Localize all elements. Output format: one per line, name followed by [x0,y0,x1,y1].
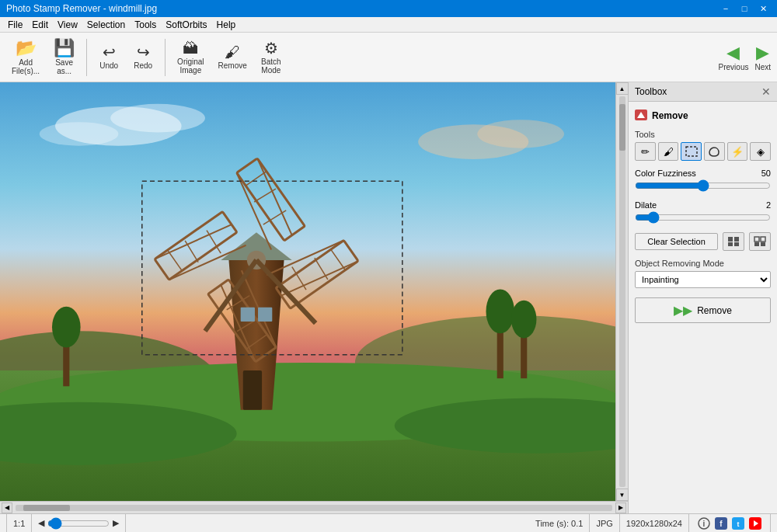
toolbox-panel: Toolbox ✕ Remove Tools ✏ 🖌 [628,82,777,513]
scroll-right-arrow[interactable]: ▶ [615,502,626,513]
svg-line-22 [155,212,232,273]
svg-point-20 [247,251,266,269]
previous-button[interactable]: ◀ Previous [719,43,749,71]
remove-action-button[interactable]: ▶▶ Remove [635,297,771,323]
window-controls: − □ ✕ [718,2,771,15]
zoom-level: 1:1 [13,519,25,528]
toolbox-title: Toolbox [635,86,667,97]
zoom-slider[interactable] [47,520,110,527]
scroll-right-indicator[interactable]: ▶ [113,518,119,528]
stamp-tool[interactable]: ◈ [750,142,771,161]
menu-view[interactable]: View [53,19,82,31]
brush-tool[interactable]: 🖌 [658,142,679,161]
horizontal-scroll-thumb[interactable] [23,505,70,511]
svg-point-6 [355,315,615,410]
svg-rect-21 [155,212,237,280]
toolbar-separator-2 [165,39,166,76]
previous-icon: ◀ [726,43,740,63]
selection-icon-btn-1[interactable] [723,232,744,251]
color-fuzziness-slider[interactable] [635,179,771,192]
svg-rect-56 [728,242,733,246]
svg-point-5 [477,120,564,148]
object-removing-mode-select[interactable]: Inpainting Content Aware Fill Smart Patc… [635,271,771,288]
maximize-button[interactable]: □ [737,2,752,15]
save-as-label: Saveas... [55,58,73,75]
svg-rect-27 [237,158,305,241]
svg-line-42 [246,335,267,349]
canvas-image[interactable] [0,82,615,501]
remove-button[interactable]: 🖌 Remove [213,40,253,74]
svg-line-23 [169,232,246,293]
scrollbar-section[interactable]: ◀ ▶ [32,514,126,532]
original-image-button[interactable]: 🏔 OriginalImage [172,37,209,78]
svg-line-43 [237,317,259,332]
dilate-row: Dilate 2 [635,200,771,226]
svg-rect-33 [276,240,358,308]
close-button[interactable]: ✕ [755,2,771,15]
menu-tools[interactable]: Tools [130,19,161,31]
menu-file[interactable]: File [3,19,27,31]
next-button[interactable]: ▶ Next [754,43,771,71]
horizontal-scrollbar[interactable]: ◀ ▶ [0,501,628,513]
youtube-icon [749,517,761,530]
svg-line-31 [254,187,276,203]
pencil-tool[interactable]: ✏ [635,142,656,161]
info-button[interactable]: i [695,516,713,531]
magic-wand-tool[interactable]: ⚡ [727,142,748,161]
svg-rect-47 [258,308,272,322]
svg-rect-53 [686,147,697,156]
scroll-left-arrow[interactable]: ◀ [2,502,12,513]
youtube-button[interactable] [747,516,764,531]
menu-softorbits[interactable]: SoftOrbits [161,19,211,31]
rect-select-tool[interactable] [681,142,702,161]
lasso-tool[interactable] [704,142,725,161]
minimize-button[interactable]: − [718,2,733,15]
twitter-button[interactable]: t [730,516,747,531]
svg-line-28 [245,158,305,235]
vertical-scroll-thumb[interactable] [619,104,625,151]
scroll-left-indicator[interactable]: ◀ [38,518,44,528]
remove-icon: 🖌 [225,44,240,60]
vertical-scrollbar[interactable]: ▲ ▼ [615,82,628,501]
clear-selection-button[interactable]: Clear Selection [635,233,718,250]
tools-row: ✏ 🖌 ⚡ ◈ [635,142,771,161]
svg-line-40 [208,285,269,362]
add-files-button[interactable]: 📂 AddFile(s)... [6,36,45,79]
dilate-slider[interactable] [635,211,771,224]
toolbox-close-button[interactable]: ✕ [761,85,771,98]
svg-point-1 [55,106,181,146]
menu-help[interactable]: Help [212,19,241,31]
batch-mode-button[interactable]: ⚙ BatchMode [256,37,287,78]
svg-point-7 [0,331,221,441]
twitter-icon: t [732,517,744,530]
svg-line-37 [313,258,329,280]
svg-rect-54 [728,237,733,242]
scroll-up-arrow[interactable]: ▲ [616,82,629,95]
svg-point-3 [40,122,119,145]
toolbar-separator-1 [86,39,87,76]
statusbar: 1:1 ◀ ▶ Time (s): 0.1 JPG 1920x1280x24 i… [0,513,777,532]
menu-selection[interactable]: Selection [82,19,130,31]
svg-rect-57 [734,242,739,246]
scroll-down-arrow[interactable]: ▼ [616,489,629,501]
menu-edit[interactable]: Edit [27,19,53,31]
vertical-scroll-track[interactable] [619,96,625,487]
info-icon-section[interactable]: i f t [689,514,771,532]
facebook-button[interactable]: f [713,516,730,531]
selection-icon-btn-2[interactable] [749,232,771,251]
svg-line-25 [183,241,199,263]
svg-line-49 [256,260,315,323]
file-format: JPG [596,519,612,528]
svg-point-4 [418,124,528,159]
invert-icon [754,236,766,247]
undo-button[interactable]: ↩ Undo [93,40,124,74]
svg-line-32 [263,209,286,225]
svg-line-41 [228,270,289,347]
svg-marker-19 [221,232,291,260]
redo-button[interactable]: ↪ Redo [127,40,159,74]
svg-line-35 [267,228,343,288]
save-as-button[interactable]: 💾 Saveas... [48,36,80,79]
svg-rect-46 [241,308,255,322]
horizontal-scroll-track[interactable] [16,505,612,511]
dilate-value: 2 [766,200,771,210]
